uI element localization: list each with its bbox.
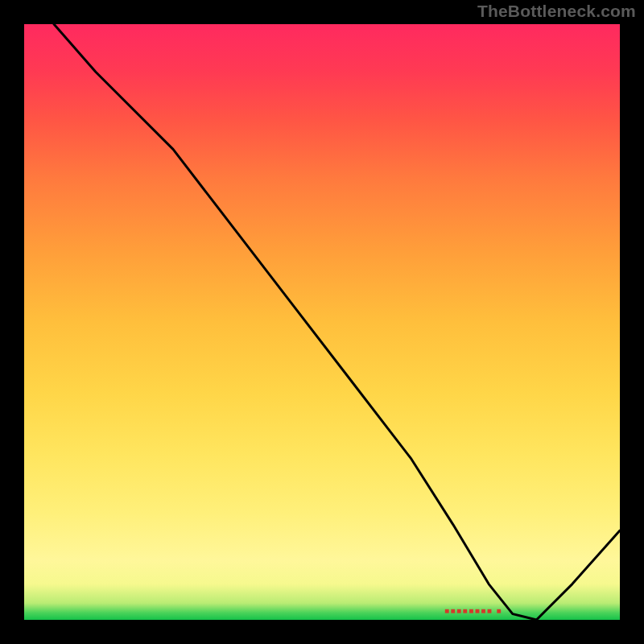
plot-outer: ■■■■■■■■ ■: [24, 24, 620, 620]
bottleneck-curve: [54, 24, 620, 620]
curve-layer: [24, 24, 620, 620]
red-bar-annotation: ■■■■■■■■ ■: [444, 606, 502, 615]
chart-frame: TheBottleneck.com ■■■■■■■■ ■: [0, 0, 644, 644]
watermark-text: TheBottleneck.com: [477, 2, 636, 21]
